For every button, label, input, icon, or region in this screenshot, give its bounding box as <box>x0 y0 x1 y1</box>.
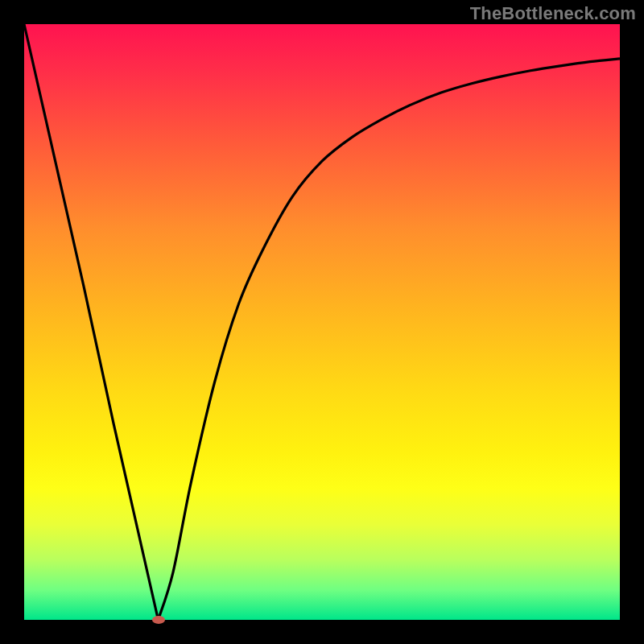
curve-path <box>24 24 620 620</box>
bottleneck-curve <box>24 24 620 620</box>
chart-container: TheBottleneck.com <box>0 0 644 644</box>
watermark-text: TheBottleneck.com <box>470 3 636 24</box>
minimum-marker <box>152 616 165 624</box>
plot-area <box>24 24 620 620</box>
